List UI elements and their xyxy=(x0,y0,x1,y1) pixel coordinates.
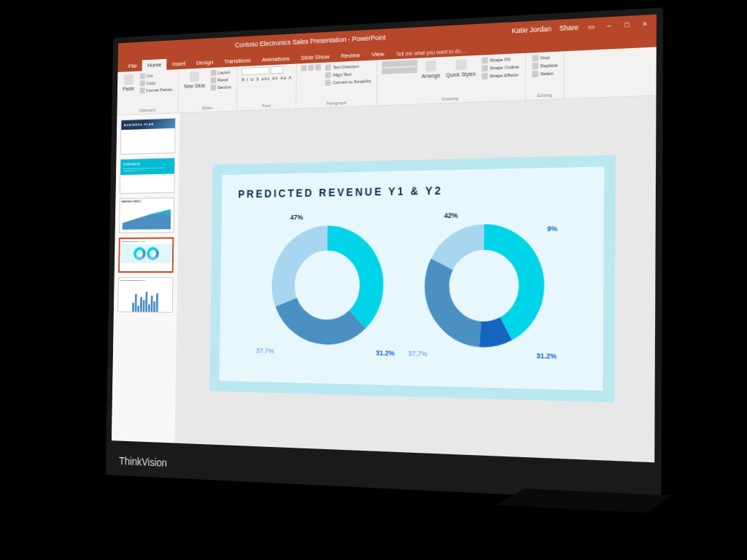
chart-label: 31.2% xyxy=(536,351,557,360)
bar-icon xyxy=(140,297,142,312)
replace-icon xyxy=(533,63,539,69)
shape-icon xyxy=(382,68,388,74)
smartart-icon xyxy=(325,79,331,86)
arrange-button[interactable]: Arrange xyxy=(419,58,441,80)
donut-icon xyxy=(147,247,159,260)
donut-chart-y1[interactable]: 47% 31.2% 37.7% xyxy=(262,215,393,355)
new-slide-button[interactable]: New Slide xyxy=(182,69,206,90)
arrange-icon xyxy=(425,61,436,72)
font-style-buttons[interactable]: B I U S abc AV Aa A xyxy=(241,75,292,82)
align-text-icon xyxy=(325,72,331,79)
shape-icon xyxy=(382,61,388,68)
layout-icon xyxy=(211,70,217,76)
section-icon xyxy=(211,85,217,90)
ribbon-group-slides: New Slide Layout Reset Section Slides xyxy=(178,66,237,112)
select-icon xyxy=(533,71,539,77)
slide-title[interactable]: PREDICTED REVENUE Y1 & Y2 xyxy=(238,182,584,200)
section-button[interactable]: Section xyxy=(209,83,233,92)
numbering-icon[interactable] xyxy=(309,64,314,71)
format-painter-icon xyxy=(139,88,144,93)
paste-button[interactable]: Paste xyxy=(121,73,136,93)
slide-thumbnail-5[interactable]: COMPETITOR REVENUE GRAPH xyxy=(117,277,173,313)
tab-view[interactable]: View xyxy=(365,48,390,61)
shape-icon xyxy=(388,61,394,67)
chart-label: 31.2% xyxy=(376,349,395,357)
slide-thumbnail-2[interactable]: CONTENTSEMERGING TRENDS PREDICTED REVENU… xyxy=(120,158,175,194)
bar-icon xyxy=(137,306,139,313)
shape-icon xyxy=(400,61,406,67)
bar-icon xyxy=(156,293,158,313)
minimize-icon[interactable]: − xyxy=(604,20,614,31)
shape-icon xyxy=(394,61,400,67)
chart-label: 47% xyxy=(290,213,303,221)
chart-label: 42% xyxy=(444,211,458,219)
slide-canvas[interactable]: PREDICTED REVENUE Y1 & Y2 47% 3 xyxy=(174,96,656,463)
close-icon[interactable]: × xyxy=(640,19,650,29)
screen: Contoso Electronics Sales Presentation -… xyxy=(112,15,657,463)
select-button[interactable]: Select xyxy=(531,69,560,79)
shape-icon xyxy=(394,67,400,74)
ribbon-group-font: B I U S abc AV Aa A Font xyxy=(237,63,297,110)
quick-styles-button[interactable]: Quick Styles xyxy=(444,57,477,79)
shape-icon xyxy=(388,68,394,74)
slide-thumbnails-panel[interactable]: BUSINESS PLAN CONTENTSEMERGING TRENDS PR… xyxy=(112,113,180,443)
user-name[interactable]: Katie Jordan xyxy=(511,25,551,35)
shape-effects-icon xyxy=(481,73,488,79)
chart-label: 37.7% xyxy=(256,346,274,354)
bar-icon xyxy=(150,296,152,313)
bullets-icon[interactable] xyxy=(301,65,307,71)
shape-icon xyxy=(400,67,406,74)
bar-icon xyxy=(148,304,150,313)
bar-icon xyxy=(135,295,137,313)
donut-icon xyxy=(133,247,146,260)
bar-icon xyxy=(132,303,134,313)
slide-thumbnail-4[interactable]: PREDICTED REVENUE Y1 & Y2 xyxy=(118,237,174,273)
ribbon-options-icon[interactable]: ▭ xyxy=(587,22,596,32)
reset-icon xyxy=(211,77,217,83)
donut-chart-y2[interactable]: 42% 9% 31.2% 37.7% xyxy=(414,213,554,358)
shape-icon xyxy=(411,66,417,73)
new-slide-icon xyxy=(190,71,199,82)
font-family-select[interactable] xyxy=(241,66,269,75)
monitor-brand: ThinkVision xyxy=(119,455,167,469)
tab-insert[interactable]: Insert xyxy=(166,58,190,70)
indent-icon[interactable] xyxy=(316,64,322,71)
shape-icon xyxy=(411,60,417,66)
chart-label: 9% xyxy=(547,225,557,233)
tab-file[interactable]: File xyxy=(123,60,142,71)
ribbon-group-clipboard: Paste Cut Copy Format Painter Clipboard xyxy=(117,69,179,115)
current-slide[interactable]: PREDICTED REVENUE Y1 & Y2 47% 3 xyxy=(209,155,616,402)
shapes-gallery[interactable] xyxy=(382,60,417,74)
shape-icon xyxy=(406,67,411,74)
format-painter-button[interactable]: Format Painter xyxy=(138,85,174,94)
shape-effects-button[interactable]: Shape Effects xyxy=(480,71,520,80)
tab-home[interactable]: Home xyxy=(142,59,167,71)
shape-fill-icon xyxy=(482,57,489,63)
ribbon-group-editing: Find Replace Select Editing xyxy=(526,51,565,100)
chart-label: 37.7% xyxy=(408,349,427,357)
slide-thumbnail-1[interactable]: BUSINESS PLAN xyxy=(120,118,176,155)
find-icon xyxy=(533,55,539,61)
bar-icon xyxy=(143,300,145,313)
slide-thumbnail-3[interactable]: EMERGING TRENDS xyxy=(119,198,174,233)
monitor-frame: Contoso Electronics Sales Presentation -… xyxy=(106,7,663,502)
cut-icon xyxy=(140,73,145,79)
share-button[interactable]: Share xyxy=(560,23,578,32)
shape-icon xyxy=(406,60,411,66)
ribbon-group-drawing: Arrange Quick Styles Shape Fill Shape Ou… xyxy=(377,53,526,106)
shape-outline-icon xyxy=(482,65,489,71)
bar-icon xyxy=(153,301,155,313)
work-area: BUSINESS PLAN CONTENTSEMERGING TRENDS PR… xyxy=(112,96,657,463)
paste-icon xyxy=(124,74,133,85)
convert-smartart-button[interactable]: Convert to SmartArt xyxy=(324,77,373,87)
text-direction-icon xyxy=(325,64,331,71)
font-size-select[interactable] xyxy=(271,66,283,74)
copy-icon xyxy=(139,80,144,86)
ribbon-group-paragraph: Text Direction Align Text Convert to Sma… xyxy=(297,60,378,108)
quick-styles-icon xyxy=(455,59,466,71)
maximize-icon[interactable]: □ xyxy=(622,20,632,30)
area-chart-icon xyxy=(123,207,171,230)
